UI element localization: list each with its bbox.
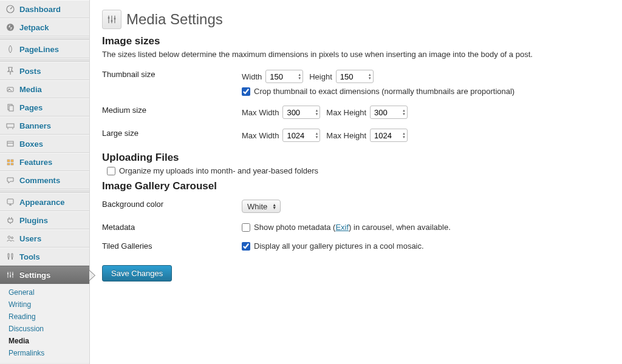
sidebar-item-label: Comments — [19, 176, 60, 185]
sidebar-item-label: Media — [19, 85, 42, 94]
carousel-tiled-label: Tiled Galleries — [102, 237, 242, 255]
jetpack-icon — [5, 22, 16, 33]
medium-maxw-input[interactable]: ▲▼ — [282, 106, 320, 119]
section-heading-uploading-files: Uploading Files — [102, 152, 610, 164]
thumbnail-width-input[interactable]: ▲▼ — [265, 70, 303, 83]
carousel-bg-label: Background color — [102, 195, 242, 218]
svg-rect-16 — [10, 275, 11, 277]
appearance-icon — [5, 197, 16, 207]
large-maxw-label: Max Width — [242, 131, 279, 140]
submenu-item-media[interactable]: Media — [0, 335, 89, 347]
carousel-meta-text: Show photo metadata (Exif) in carousel, … — [254, 223, 451, 232]
svg-rect-11 — [11, 163, 13, 165]
sidebar-item-settings[interactable]: Settings — [0, 266, 89, 284]
tools-icon — [5, 251, 16, 262]
thumbnail-height-input[interactable]: ▲▼ — [336, 70, 374, 83]
media-icon — [5, 84, 16, 95]
carousel-tiled-option[interactable]: Display all your gallery pictures in a c… — [242, 241, 610, 251]
large-maxh-input[interactable]: ▲▼ — [370, 129, 408, 142]
medium-maxh-input[interactable]: ▲▼ — [370, 106, 408, 119]
stepper-icon[interactable]: ▲▼ — [368, 73, 372, 80]
submenu-item-permalinks[interactable]: Permalinks — [0, 347, 89, 359]
submenu-item-general[interactable]: General — [0, 286, 89, 298]
stepper-icon[interactable]: ▲▼ — [315, 109, 318, 116]
sidebar-item-pagelines[interactable]: PageLines — [0, 40, 89, 58]
svg-point-14 — [12, 237, 13, 239]
comments-icon — [5, 175, 16, 186]
exif-link[interactable]: Exif — [335, 223, 349, 232]
sidebar-item-tools[interactable]: Tools — [0, 248, 89, 266]
sidebar-item-media[interactable]: Media — [0, 80, 89, 98]
carousel-meta-checkbox[interactable] — [242, 223, 250, 232]
svg-rect-7 — [7, 141, 13, 146]
svg-rect-6 — [7, 124, 14, 127]
sidebar-item-label: Tools — [19, 252, 40, 261]
page-title-text: Media Settings — [126, 11, 223, 28]
sliders-icon — [102, 10, 121, 29]
banners-icon — [5, 120, 16, 131]
sidebar-item-pages[interactable]: Pages — [0, 98, 89, 116]
stepper-icon[interactable]: ▲▼ — [298, 73, 301, 80]
stepper-icon[interactable]: ▲▼ — [402, 109, 406, 116]
stepper-icon[interactable]: ▲▼ — [402, 132, 406, 139]
thumbnail-crop-label: Crop thumbnail to exact dimensions (norm… — [254, 87, 514, 96]
sidebar-item-label: Settings — [19, 271, 50, 280]
save-changes-button[interactable]: Save Changes — [102, 265, 172, 281]
updown-icon: ▲▼ — [272, 203, 276, 209]
sidebar-item-label: Posts — [19, 67, 41, 76]
pin-icon — [5, 66, 16, 76]
sidebar-item-appearance[interactable]: Appearance — [0, 193, 89, 211]
thumbnail-width-field[interactable] — [270, 72, 295, 81]
svg-rect-8 — [7, 160, 10, 162]
pages-icon — [5, 102, 16, 113]
svg-rect-17 — [12, 274, 13, 275]
sidebar-item-comments[interactable]: Comments — [0, 171, 89, 189]
large-maxw-input[interactable]: ▲▼ — [282, 129, 320, 142]
sidebar-item-boxes[interactable]: Boxes — [0, 135, 89, 153]
svg-rect-18 — [108, 17, 110, 19]
medium-maxw-field[interactable] — [287, 108, 312, 117]
features-icon — [5, 157, 16, 167]
sidebar-item-users[interactable]: Users — [0, 229, 89, 248]
large-maxh-field[interactable] — [374, 131, 400, 140]
thumbnail-height-field[interactable] — [340, 72, 366, 81]
sidebar-item-banners[interactable]: Banners — [0, 116, 89, 135]
sidebar-item-label: Appearance — [19, 198, 64, 207]
large-maxh-label: Max Height — [326, 131, 366, 140]
sidebar-item-dashboard[interactable]: Dashboard — [0, 0, 89, 18]
image-sizes-table: Thumbnail size Width ▲▼ Height ▲▼ — [102, 65, 610, 147]
thumbnail-width-label: Width — [242, 72, 262, 81]
plug-icon — [5, 215, 16, 226]
submenu-item-reading[interactable]: Reading — [0, 311, 89, 323]
main-panel: Media Settings Image sizes The sizes lis… — [90, 0, 622, 364]
svg-point-13 — [8, 236, 10, 238]
sidebar-item-jetpack[interactable]: Jetpack — [0, 18, 89, 36]
carousel-meta-option[interactable]: Show photo metadata (Exif) in carousel, … — [242, 223, 610, 232]
users-icon — [5, 233, 16, 244]
sidebar-item-posts[interactable]: Posts — [0, 62, 89, 80]
svg-rect-20 — [114, 18, 116, 20]
thumbnail-size-label: Thumbnail size — [102, 65, 242, 101]
sidebar-item-label: Dashboard — [19, 5, 61, 14]
sidebar-item-features[interactable]: Features — [0, 153, 89, 171]
carousel-meta-label: Metadata — [102, 218, 242, 237]
uploads-organize-checkbox[interactable] — [107, 167, 115, 175]
medium-maxh-label: Max Height — [326, 108, 366, 117]
sidebar-item-label: Users — [19, 234, 41, 243]
submenu-item-discussion[interactable]: Discussion — [0, 323, 89, 335]
uploads-organize-option[interactable]: Organize my uploads into month- and year… — [102, 166, 610, 175]
carousel-tiled-checkbox[interactable] — [242, 242, 250, 251]
stepper-icon[interactable]: ▲▼ — [315, 132, 318, 139]
thumbnail-crop-option[interactable]: Crop thumbnail to exact dimensions (norm… — [242, 87, 610, 96]
submenu-item-writing[interactable]: Writing — [0, 298, 89, 311]
large-maxw-field[interactable] — [287, 131, 312, 140]
svg-point-1 — [7, 24, 14, 31]
uploads-organize-label: Organize my uploads into month- and year… — [119, 166, 318, 175]
boxes-icon — [5, 138, 16, 149]
sidebar-item-label: PageLines — [19, 45, 59, 54]
thumbnail-crop-checkbox[interactable] — [242, 87, 250, 96]
sidebar-item-plugins[interactable]: Plugins — [0, 211, 89, 229]
medium-size-label: Medium size — [102, 101, 242, 124]
medium-maxh-field[interactable] — [374, 108, 400, 117]
carousel-bg-select[interactable]: White ▲▼ — [242, 200, 281, 213]
